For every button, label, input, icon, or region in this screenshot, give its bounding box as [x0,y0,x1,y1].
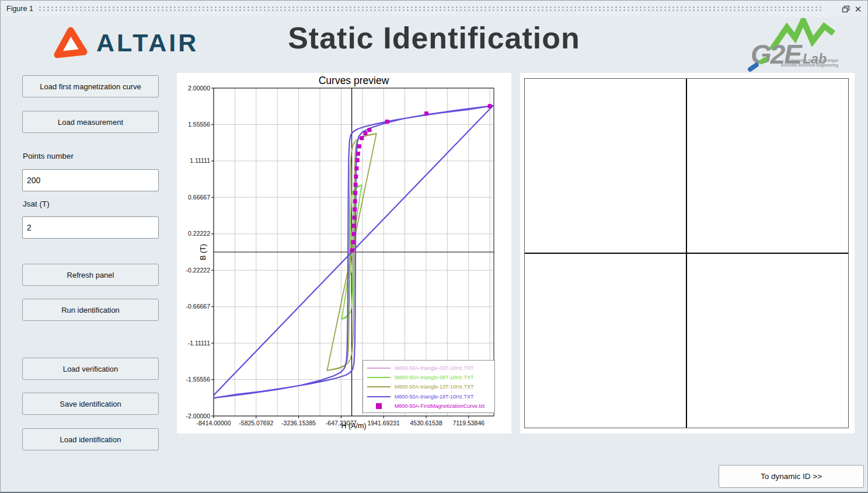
legend-marker-swatch [367,403,391,409]
page-title: Static Identification [1,20,867,55]
svg-text:2.00000: 2.00000 [188,85,210,92]
jsat-input[interactable] [22,216,159,239]
legend-entry: M800-50A-FirstMagnetizationCurve.txt [367,401,492,411]
legend-label: M800-50A-triangle-13T-10Hz.TXT [395,384,474,390]
window-title: Figure 1 [6,5,33,13]
g2e-subtitle-en: Grenoble Electrical Engineering [768,63,838,68]
run-identification-button[interactable]: Run identification [22,299,159,321]
g2e-lab-logo: G2ELab Grenoble Génie Electrique Grenobl… [750,18,838,71]
legend-line-swatch [367,377,391,378]
svg-text:1.11111: 1.11111 [190,157,210,164]
restore-window-icon[interactable] [841,4,851,13]
legend-entry: M800-50A-triangle-08T-10Hz.TXT [367,373,492,382]
svg-text:-1.11111: -1.11111 [188,340,210,347]
jsat-label: Jsat (T) [23,200,50,208]
results-panel [520,73,855,433]
points-number-label: Points number [23,152,74,160]
legend-entry: M800-50A-triangle-13T-10Hz.TXT [367,382,492,391]
legend-line-swatch [367,368,391,369]
titlebar-drag-handle[interactable] [38,6,822,12]
curves-preview-panel: Curves preview B (T) -8414.00000-5825.07… [177,73,511,433]
svg-text:-2.00000: -2.00000 [186,412,211,419]
svg-text:-0.66667: -0.66667 [186,303,211,310]
legend-line-swatch [367,386,391,387]
empty-results-axes-grid [524,78,849,428]
x-axis-label: H (A/m) [214,422,494,430]
load-measurement-button[interactable]: Load measurement [22,111,159,133]
svg-text:0.66667: 0.66667 [188,194,210,201]
legend-label: M800-50A-triangle-03T-10Hz.TXT [395,365,474,371]
legend-entry: M800-50A-triangle-03T-10Hz.TXT [367,363,492,373]
svg-text:-0.22222: -0.22222 [186,267,211,274]
points-number-input[interactable] [22,169,159,191]
svg-text:1.55556: 1.55556 [188,121,210,128]
legend-line-swatch [367,396,391,397]
axes-horizontal-divider [525,253,848,254]
legend-label: M800-50A-triangle-08T-10Hz.TXT [395,375,474,380]
load-first-magnetization-curve-button[interactable]: Load first magnetization curve [22,75,159,97]
save-identification-button[interactable]: Save identification [22,393,159,415]
figure-window: Figure 1 ✕ ALTAIR Static Identification … [0,0,868,493]
legend-label: M800-50A-FirstMagnetizationCurve.txt [395,403,484,409]
chart-legend: M800-50A-triangle-03T-10Hz.TXTM800-50A-t… [362,360,495,413]
load-identification-button[interactable]: Load identification [22,428,159,450]
load-verification-button[interactable]: Load verification [22,358,159,380]
refresh-panel-button[interactable]: Refresh panel [22,264,159,286]
titlebar: Figure 1 ✕ [1,1,867,17]
legend-label: M800-50A-triangle-18T-10Hz.TXT [395,394,474,400]
svg-text:0.22222: 0.22222 [188,230,210,237]
svg-text:-1.55556: -1.55556 [186,376,211,383]
to-dynamic-id-button[interactable]: To dynamic ID >> [719,465,864,488]
close-window-icon[interactable]: ✕ [853,4,863,13]
legend-entry: M800-50A-triangle-18T-10Hz.TXT [367,392,492,401]
